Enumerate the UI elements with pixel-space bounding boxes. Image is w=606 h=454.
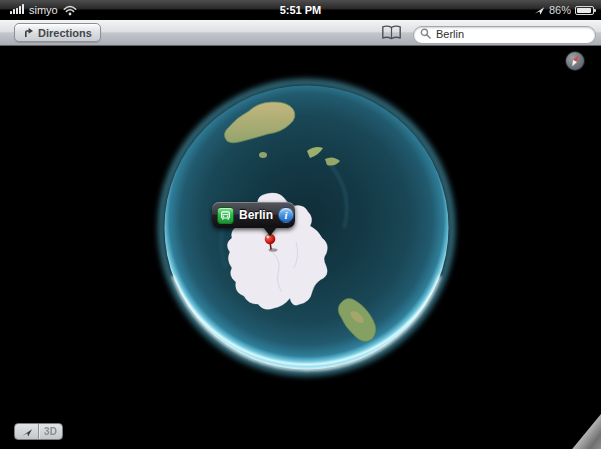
open-book-icon (381, 25, 402, 41)
callout-tail (263, 227, 277, 236)
status-center-group: 5:51 PM (0, 0, 601, 20)
current-location-button[interactable] (15, 424, 38, 439)
location-arrow-icon (21, 426, 33, 438)
callout-title: Berlin (239, 208, 273, 222)
callout-bubble: Berlin i (212, 202, 295, 228)
status-bar: simyo 5:51 PM 86% (0, 0, 601, 20)
compass-icon[interactable] (565, 51, 585, 71)
location-arrow-icon (534, 5, 545, 16)
toolbar: Directions (0, 20, 601, 46)
bookmarks-button[interactable] (381, 25, 402, 41)
locate-3d-control: 3D (14, 423, 63, 440)
three-d-label: 3D (44, 426, 57, 437)
info-icon[interactable]: i (278, 207, 294, 223)
three-d-button[interactable]: 3D (39, 424, 62, 439)
car-directions-icon[interactable] (217, 207, 234, 224)
globe[interactable] (0, 46, 601, 449)
clock-label: 5:51 PM (280, 4, 322, 16)
pin-callout[interactable]: Berlin i (212, 202, 295, 228)
search-input[interactable] (413, 26, 596, 44)
info-glyph: i (284, 210, 287, 221)
magnifier-icon (420, 28, 431, 39)
battery-icon (575, 6, 594, 15)
map-area[interactable]: Berlin i 3D (0, 46, 601, 449)
battery-percent-label: 86% (549, 4, 571, 16)
tasmania-landmass (259, 152, 267, 158)
search-field-wrap (413, 24, 596, 42)
status-right-group: 86% (534, 0, 594, 20)
directions-button-label: Directions (38, 27, 92, 39)
turn-right-arrow-icon (23, 27, 34, 38)
directions-button[interactable]: Directions (14, 23, 101, 42)
ipad-maps-screen: simyo 5:51 PM 86% (0, 0, 601, 449)
